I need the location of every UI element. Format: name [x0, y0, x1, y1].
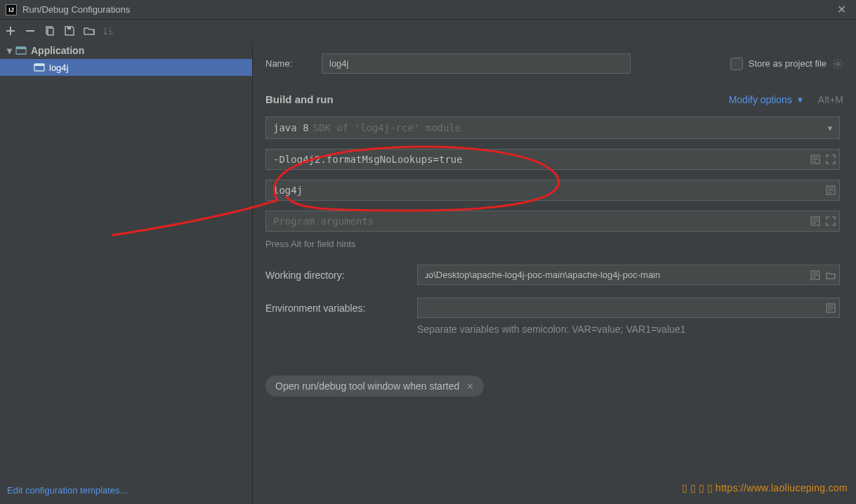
env-vars-hint: Separate variables with semicolon: VAR=v… [417, 324, 843, 335]
chip-label: Open run/debug tool window when started [275, 380, 459, 392]
tree-category-label: Application [31, 45, 84, 56]
expand-editor-icon[interactable] [826, 185, 836, 195]
edit-templates-link[interactable]: Edit configuration templates... [7, 485, 127, 496]
gear-icon[interactable] [832, 58, 843, 69]
modify-options-shortcut: Alt+M [818, 94, 843, 105]
svg-rect-5 [16, 47, 26, 49]
tree-item-log4j[interactable]: log4j [0, 59, 252, 76]
name-label: Name: [265, 58, 322, 69]
main-class-input[interactable] [265, 180, 840, 201]
expand-editor-icon[interactable] [810, 154, 820, 164]
config-form: Name: Store as project file Build and ru… [253, 42, 856, 504]
jdk-name: java 8 [273, 122, 309, 133]
store-as-project-checkbox[interactable] [730, 58, 743, 70]
jdk-module: SDK of 'log4j-rce' module [313, 122, 461, 133]
title-bar: IJ Run/Debug Configurations ✕ [0, 0, 856, 20]
expand-editor-icon[interactable] [826, 303, 836, 313]
browse-folder-icon[interactable] [826, 270, 836, 280]
copy-config-button[interactable] [44, 25, 56, 37]
tree-item-label: log4j [49, 62, 68, 73]
application-icon [34, 62, 45, 73]
chevron-down-icon: ▾ [4, 45, 14, 56]
svg-rect-0 [26, 30, 34, 32]
app-icon: IJ [6, 4, 17, 15]
svg-rect-7 [34, 64, 44, 66]
config-tree: ▾ Application log4j Edit configuration t… [0, 42, 253, 504]
application-icon [15, 45, 27, 56]
sort-config-button[interactable] [103, 25, 115, 37]
working-dir-input[interactable] [417, 265, 840, 285]
chip-remove-icon[interactable]: ✕ [466, 381, 474, 392]
store-as-project-label: Store as project file [749, 58, 827, 69]
svg-rect-3 [67, 27, 71, 29]
program-arguments-input[interactable] [265, 211, 840, 232]
working-dir-label: Working directory: [265, 270, 417, 281]
env-vars-label: Environment variables: [265, 303, 417, 314]
jdk-selector[interactable]: java 8 SDK of 'log4j-rce' module ▼ [265, 117, 840, 139]
save-config-button[interactable] [63, 25, 76, 37]
tree-category-application[interactable]: ▾ Application [0, 42, 252, 59]
name-input[interactable] [322, 53, 631, 74]
expand-editor-icon[interactable] [810, 216, 820, 226]
modify-options-link[interactable]: Modify options [729, 94, 792, 105]
remove-config-button[interactable] [24, 25, 37, 37]
fullscreen-icon[interactable] [826, 154, 836, 164]
open-tool-window-chip[interactable]: Open run/debug tool window when started … [265, 376, 484, 397]
svg-rect-2 [48, 28, 53, 35]
folder-config-button[interactable] [83, 25, 96, 37]
vm-options-input[interactable] [265, 149, 840, 170]
env-vars-input[interactable] [417, 298, 840, 318]
close-button[interactable]: ✕ [833, 3, 850, 16]
watermark-url: ▯▯▯▯https://www.laoliuceping.com [682, 482, 848, 493]
add-config-button[interactable] [4, 25, 17, 37]
svg-point-8 [836, 62, 839, 65]
build-run-section-title: Build and run [265, 93, 334, 105]
fullscreen-icon[interactable] [826, 216, 836, 226]
chevron-down-icon: ▼ [796, 95, 804, 104]
expand-editor-icon[interactable] [810, 270, 820, 280]
window-title: Run/Debug Configurations [22, 4, 833, 15]
dropdown-arrow-icon: ▼ [828, 124, 832, 132]
field-hint: Press Alt for field hints [265, 239, 843, 249]
toolbar [0, 20, 856, 42]
